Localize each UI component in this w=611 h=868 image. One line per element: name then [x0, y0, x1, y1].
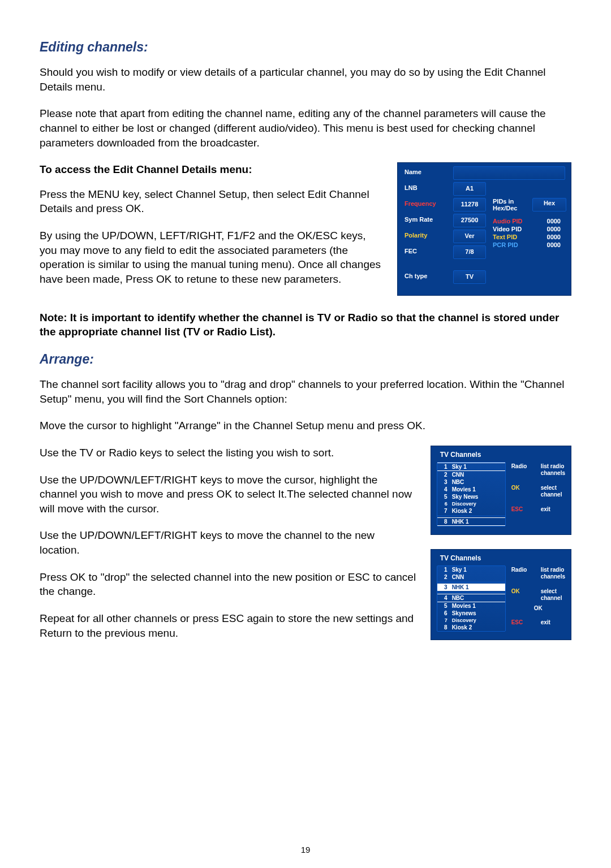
paragraph: The channel sort facility allows you to …	[40, 377, 571, 406]
frequency-label: Frequency	[402, 197, 452, 213]
pids-in-label: PIDs in Hex/Dec	[493, 198, 532, 211]
list-item[interactable]: 2 CNN	[437, 471, 505, 478]
list-item[interactable]: 5 Sky News	[437, 493, 505, 500]
subheading-access: To access the Edit Channel Details menu:	[40, 162, 384, 177]
ok-help: select channel	[541, 485, 565, 498]
fec-field[interactable]: 7/8	[453, 245, 486, 259]
page-number: 19	[0, 845, 611, 854]
ok-center: OK	[511, 605, 565, 611]
paragraph: By using the UP/DOWN, LEFT/RIGHT, F1/F2 …	[40, 228, 384, 287]
radio-help: list radio channels	[541, 567, 565, 580]
polarity-label: Polarity	[402, 228, 452, 244]
esc-help: exit	[541, 619, 565, 626]
list-item[interactable]: 7 Kiosk 2	[437, 507, 505, 515]
list-item[interactable]: 6 Skynews	[437, 610, 505, 617]
tv-channels-title: TV Channels	[437, 451, 565, 462]
edit-details-row: To access the Edit Channel Details menu:…	[40, 162, 571, 299]
radio-help: list radio channels	[541, 463, 565, 477]
name-field[interactable]	[453, 166, 565, 180]
tv-panels-column: TV Channels 1 Sky 1 2 CNN 3 NBC	[431, 446, 571, 640]
note: Note: It is important to identify whethe…	[40, 310, 571, 339]
pcr-pid-value: 0000	[532, 241, 561, 248]
chtype-label: Ch type	[402, 269, 452, 285]
name-label: Name	[402, 165, 452, 181]
text-pid-value: 0000	[532, 234, 561, 240]
paragraph: Should you wish to modify or view detail…	[40, 65, 571, 94]
heading-editing-channels: Editing channels:	[40, 40, 571, 55]
list-item-selected[interactable]: 3 NHK 1	[437, 584, 505, 591]
ok-help: select channel	[541, 588, 565, 602]
fec-label: FEC	[402, 244, 452, 260]
paragraph: Press OK to "drop" the selected channel …	[40, 570, 417, 599]
list-item[interactable]: 3 NBC	[437, 478, 505, 486]
tv-channels-title: TV Channels	[437, 554, 565, 565]
radio-key: Radio	[511, 463, 534, 477]
esc-key: ESC	[511, 619, 534, 626]
radio-key: Radio	[511, 567, 534, 580]
list-item[interactable]: 5 Movies 1	[437, 602, 505, 610]
polarity-field[interactable]: Ver	[453, 230, 486, 243]
ok-key: OK	[511, 588, 534, 602]
paragraph: Use the TV or Radio keys to select the l…	[40, 446, 417, 460]
list-item[interactable]: 4 NBC	[437, 594, 505, 602]
symrate-field[interactable]: 27500	[453, 214, 486, 227]
hexdec-field[interactable]: Hex	[532, 198, 566, 211]
chtype-field[interactable]: TV	[453, 270, 486, 284]
esc-key: ESC	[511, 506, 534, 513]
symrate-label: Sym Rate	[402, 213, 452, 228]
heading-arrange: Arrange:	[40, 352, 571, 367]
paragraph: Use the UP/DOWN/LEFT/RIGHT keys to move …	[40, 473, 417, 516]
list-item[interactable]: 2 CNN	[437, 573, 505, 581]
lnb-field[interactable]: A1	[453, 182, 486, 196]
list-item[interactable]: 4 Movies 1	[437, 486, 505, 493]
tv-channel-list[interactable]: 1 Sky 1 2 CNN 3 NBC 4 Mo	[437, 462, 506, 526]
paragraph: Press the MENU key, select Channel Setup…	[40, 187, 384, 216]
list-item[interactable]: 1 Sky 1	[437, 463, 505, 471]
lnb-label: LNB	[402, 181, 452, 197]
list-item[interactable]: 1 Sky 1	[437, 566, 505, 573]
video-pid-value: 0000	[532, 226, 561, 232]
audio-pid-value: 0000	[532, 218, 561, 224]
list-item[interactable]: 7 Discovery	[437, 617, 505, 624]
page: Editing channels: Should you wish to mod…	[0, 0, 611, 868]
paragraph: Move the cursor to highlight "Arrange" i…	[40, 418, 571, 433]
tv-channel-list[interactable]: 1 Sky 1 2 CNN 3 NHK 1	[437, 565, 506, 632]
list-item[interactable]: 8 Kiosk 2	[437, 624, 505, 631]
audio-pid-label: Audio PID	[493, 218, 532, 224]
paragraph: Repeat for all other channels or press E…	[40, 611, 417, 640]
list-item[interactable]: 8 NHK 1	[437, 517, 505, 526]
tv-channels-panel-1: TV Channels 1 Sky 1 2 CNN 3 NBC	[431, 446, 571, 535]
ok-key: OK	[511, 485, 534, 498]
arrange-row: Use the TV or Radio keys to select the l…	[40, 446, 571, 653]
text-pid-label: Text PID	[493, 234, 532, 240]
frequency-field[interactable]: 11278	[453, 198, 486, 211]
paragraph: Please note that apart from editing the …	[40, 106, 571, 150]
tv-channels-panel-2: TV Channels 1 Sky 1 2 CNN 3	[431, 549, 571, 640]
tv-side-help: Radio list radio channels OK select chan…	[511, 565, 565, 632]
list-item[interactable]: 6 Discovery	[437, 500, 505, 507]
pcr-pid-label: PCR PID	[493, 241, 532, 248]
edit-channel-details-panel: Name LNB A1 Frequency 11278 Sym Rate 275…	[397, 162, 571, 296]
video-pid-label: Video PID	[493, 226, 532, 232]
tv-side-help: Radio list radio channels OK select chan…	[511, 462, 565, 526]
paragraph: Use the UP/DOWN/LEFT/RIGHT keys to move …	[40, 528, 417, 557]
esc-help: exit	[541, 506, 565, 513]
